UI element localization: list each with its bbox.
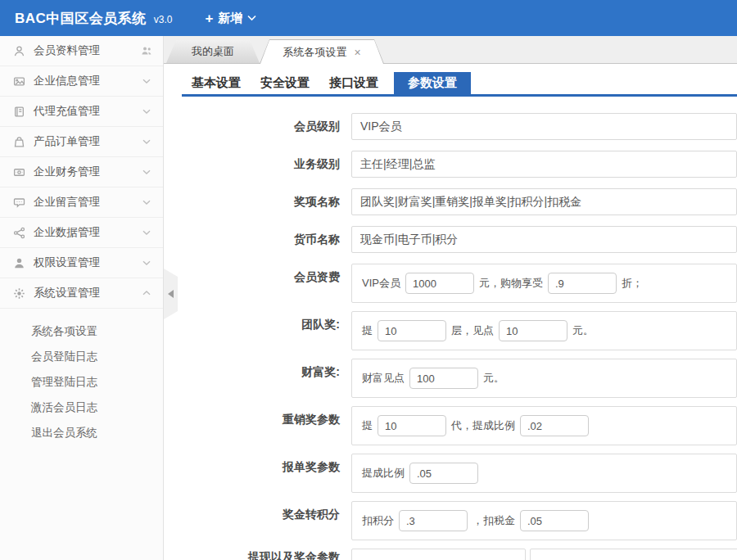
field-label: 提现以及奖金参数: [182, 549, 351, 560]
segment-text: 代，提成比例: [451, 418, 515, 433]
segment-text: 元。: [483, 371, 504, 386]
segment-text: ，扣税金: [472, 513, 515, 528]
member-level-input[interactable]: [351, 113, 737, 140]
plus-icon: +: [206, 11, 214, 25]
sidebar-item-member-data[interactable]: 会员资料管理: [0, 36, 163, 66]
sidebar-item-label: 系统设置管理: [34, 286, 141, 300]
sidebar-item-label: 企业留言管理: [34, 195, 141, 210]
subtab-security[interactable]: 安全设置: [251, 72, 319, 94]
currency-names-input[interactable]: [351, 226, 737, 253]
app-version: v3.0: [154, 14, 173, 25]
wealth-point-input[interactable]: [409, 368, 478, 389]
banknote-icon: [13, 166, 25, 178]
team-levels-input[interactable]: [378, 320, 446, 341]
chevron-down-icon: [141, 227, 152, 238]
segment-text: VIP会员: [362, 276, 400, 291]
field-label: 重销奖参数: [182, 406, 351, 445]
form-row-team-award: 团队奖: 提 层，见点 元。: [182, 311, 737, 350]
field-label: 业务级别: [182, 151, 351, 178]
form-row-business-level: 业务级别: [182, 151, 737, 178]
sidebar-collapse-handle[interactable]: [164, 269, 178, 319]
team-award-group: 提 层，见点 元。: [351, 311, 737, 350]
tab-label: 系统各项设置: [283, 45, 346, 60]
discount-input[interactable]: [548, 273, 617, 294]
sidebar-item-company-data[interactable]: 企业数据管理: [0, 218, 163, 248]
form-row-resale-params: 重销奖参数 提 代，提成比例: [182, 406, 737, 445]
segment-text: 提成比例: [362, 466, 405, 481]
form-row-award-names: 奖项名称: [182, 188, 737, 215]
field-label: 奖金转积分: [182, 501, 351, 540]
settings-sub-tabs: 基本设置 安全设置 接口设置 参数设置: [182, 72, 737, 97]
sidebar-item-permission-settings[interactable]: 权限设置管理: [0, 248, 163, 278]
segment-text: 扣积分: [362, 513, 394, 528]
sidebar-item-label: 会员资料管理: [34, 43, 141, 58]
window-tab-bar: 我的桌面 系统各项设置 ×: [164, 36, 737, 64]
tab-my-desktop[interactable]: 我的桌面: [166, 40, 260, 63]
form-row-bonus-to-points: 奖金转积分 扣积分 ，扣税金: [182, 501, 737, 540]
sidebar-item-company-info[interactable]: 企业信息管理: [0, 66, 163, 97]
user-icon: [13, 45, 25, 57]
subtab-interface[interactable]: 接口设置: [319, 72, 388, 94]
declare-params-group: 提成比例: [351, 454, 737, 493]
chevron-down-icon: [141, 257, 152, 269]
deduct-tax-input[interactable]: [520, 510, 589, 531]
submenu-item-admin-login-log[interactable]: 管理登陆日志: [0, 369, 163, 395]
team-point-input[interactable]: [499, 320, 567, 341]
segment-text: 提: [362, 418, 373, 433]
sidebar-item-label: 代理充值管理: [34, 104, 141, 119]
chevron-down-icon: [141, 106, 152, 117]
sidebar-item-label: 企业数据管理: [34, 225, 141, 240]
submenu-item-activate-member-log[interactable]: 激活会员日志: [0, 395, 163, 420]
submenu-item-member-login-log[interactable]: 会员登陆日志: [0, 344, 163, 369]
sidebar-item-agent-recharge[interactable]: 代理充值管理: [0, 97, 163, 127]
withdraw-param-box[interactable]: [351, 549, 526, 560]
withdraw-param-box[interactable]: [530, 549, 737, 560]
member-fee-input[interactable]: [405, 273, 474, 294]
sidebar-item-label: 权限设置管理: [34, 255, 141, 270]
declare-ratio-input[interactable]: [409, 463, 478, 484]
ledger-icon: [13, 106, 25, 118]
sidebar-item-company-finance[interactable]: 企业财务管理: [0, 157, 163, 187]
business-level-input[interactable]: [351, 151, 737, 178]
image-icon: [13, 75, 25, 88]
sidebar-item-label: 产品订单管理: [34, 134, 141, 149]
segment-text: 折；: [622, 276, 643, 291]
gear-icon: [13, 287, 25, 300]
sidebar-item-system-settings[interactable]: 系统设置管理: [0, 278, 163, 309]
award-names-input[interactable]: [351, 188, 737, 215]
new-button[interactable]: + 新增: [206, 11, 257, 26]
field-label: 奖项名称: [182, 188, 351, 215]
field-label: 团队奖:: [182, 311, 351, 350]
resale-ratio-input[interactable]: [520, 415, 589, 436]
sidebar-item-product-orders[interactable]: 产品订单管理: [0, 127, 163, 157]
segment-text: 元。: [572, 323, 594, 338]
withdraw-params-group: [351, 549, 737, 560]
resale-generations-input[interactable]: [378, 415, 446, 436]
form-row-member-level: 会员级别: [182, 113, 737, 140]
sidebar: 会员资料管理 企业信息管理 代理充值管理: [0, 36, 164, 560]
bag-icon: [13, 136, 25, 148]
form-row-currency-names: 货币名称: [182, 226, 737, 253]
subtab-basic[interactable]: 基本设置: [182, 72, 251, 94]
wealth-award-group: 财富见点 元。: [351, 359, 737, 398]
form-row-wealth-award: 财富奖: 财富见点 元。: [182, 359, 737, 398]
submenu-item-system-settings[interactable]: 系统各项设置: [0, 318, 163, 344]
form-row-declare-params: 报单奖参数 提成比例: [182, 454, 737, 493]
deduct-points-input[interactable]: [399, 510, 468, 531]
tab-content: 基本设置 安全设置 接口设置 参数设置 会员级别 业务级别 奖: [164, 64, 737, 560]
field-label: 报单奖参数: [182, 454, 351, 493]
member-fee-group: VIP会员 元，购物享受 折；: [351, 264, 737, 303]
chevron-down-icon: [247, 15, 256, 21]
sidebar-item-company-messages[interactable]: 企业留言管理: [0, 187, 163, 218]
subtab-params[interactable]: 参数设置: [394, 72, 471, 94]
submenu-item-exit-system[interactable]: 退出会员系统: [0, 420, 163, 445]
chevron-down-icon: [141, 196, 152, 208]
chevron-up-icon: [141, 287, 152, 299]
tab-system-settings[interactable]: 系统各项设置 ×: [260, 39, 384, 64]
user-solid-icon: [13, 257, 25, 269]
form-row-member-fee: 会员资费 VIP会员 元，购物享受 折；: [182, 264, 737, 303]
field-label: 货币名称: [182, 226, 351, 253]
close-icon[interactable]: ×: [354, 47, 360, 58]
resale-params-group: 提 代，提成比例: [351, 406, 737, 445]
segment-text: 提: [362, 323, 373, 338]
